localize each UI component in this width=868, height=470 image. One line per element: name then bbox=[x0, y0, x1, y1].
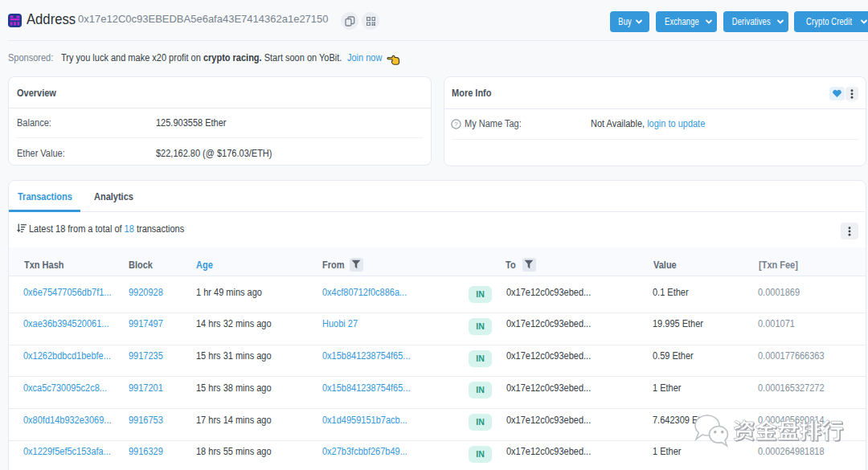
svg-text:?: ? bbox=[454, 121, 458, 128]
